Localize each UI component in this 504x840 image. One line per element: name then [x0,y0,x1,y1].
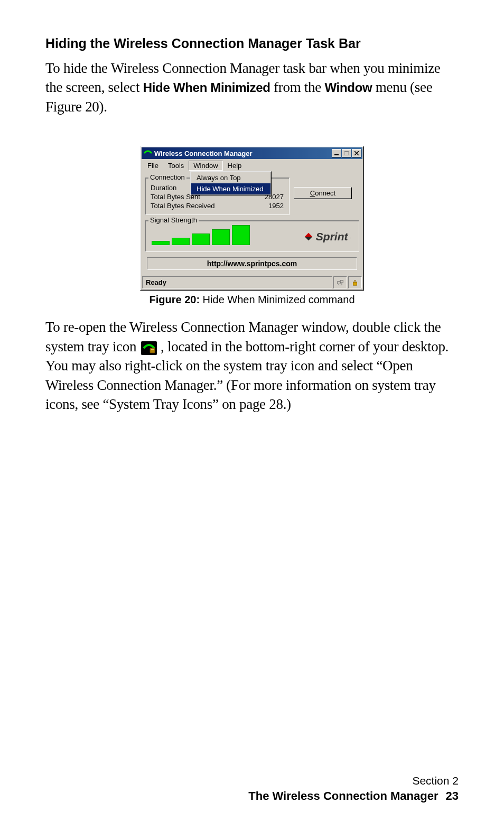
intro-paragraph: To hide the Wireless Connection Manager … [45,59,459,116]
connect-button[interactable]: Connect [294,187,352,199]
signal-legend: Signal Strength [148,216,199,224]
section-heading: Hiding the Wireless Connection Manager T… [45,36,459,51]
signal-bars [151,226,298,247]
sprint-diamond-icon [303,231,314,242]
signal-bar-4 [212,229,230,245]
bytes-received-label: Total Bytes Received [151,202,214,210]
svg-rect-0 [334,154,339,155]
bold-window: Window [324,80,372,95]
svg-rect-9 [151,349,154,350]
figure-caption: Figure 20: Hide When Minimized command [149,294,354,306]
figure-20: Wireless Connection Manager File Tools W… [45,146,459,306]
url-bar[interactable]: http://www.sprintpcs.com [147,257,357,270]
connect-mnemonic: C [310,189,315,197]
tray-icon [141,341,157,355]
menu-help[interactable]: Help [223,161,247,171]
sprint-period: . [350,234,351,239]
footer-title: The Wireless Connection Manager23 [248,789,459,803]
status-lock-icon [348,276,362,288]
minimize-button[interactable] [332,149,341,157]
app-window: Wireless Connection Manager File Tools W… [140,146,364,291]
close-button[interactable] [352,149,361,157]
menu-tools[interactable]: Tools [163,161,189,171]
figure-caption-text: Hide When Minimized command [200,294,354,305]
svg-rect-7 [353,282,357,285]
svg-rect-5 [338,282,340,284]
footer-section: Section 2 [248,774,459,787]
figure-caption-bold: Figure 20: [149,294,200,305]
sprint-logo: Sprint. [303,230,353,243]
app-icon [144,150,152,156]
menu-window[interactable]: Window [189,161,222,171]
svg-rect-6 [340,280,343,283]
maximize-button[interactable] [342,149,351,157]
menu-item-always-on-top[interactable]: Always on Top [191,172,270,183]
status-text: Ready [142,276,332,288]
menu-item-hide-when-minimized[interactable]: Hide When Minimized [191,183,270,194]
svg-marker-4 [305,237,313,240]
footer-title-text: The Wireless Connection Manager [248,789,438,802]
svg-rect-8 [150,348,155,353]
signal-bar-3 [192,234,210,245]
second-paragraph: To re-open the Wireless Connection Manag… [45,318,459,414]
titlebar[interactable]: Wireless Connection Manager [142,147,362,159]
menu-file[interactable]: File [143,161,163,171]
svg-marker-3 [305,233,313,237]
menu-bar: File Tools Window Help Always on Top Hid… [141,160,363,171]
connect-label-rest: onnect [315,189,335,197]
bold-hide-when-minimized: Hide When Minimized [143,80,270,95]
status-bar: Ready [142,276,362,288]
duration-label: Duration [151,184,176,192]
signal-bar-5 [232,225,250,245]
sprint-text: Sprint [316,230,348,243]
page-footer: Section 2 The Wireless Connection Manage… [248,774,459,803]
text: from the [270,79,325,95]
signal-bar-1 [152,241,170,245]
status-network-icon [333,276,347,288]
signal-fieldset: Signal Strength [145,220,359,252]
bytes-received-value: 1952 [252,202,284,210]
signal-bar-2 [172,238,190,245]
window-menu-dropdown: Always on Top Hide When Minimized [190,171,272,195]
window-title: Wireless Connection Manager [154,150,331,157]
svg-rect-2 [344,151,349,152]
footer-page-number: 23 [446,789,459,802]
connection-legend: Connection [148,173,186,181]
